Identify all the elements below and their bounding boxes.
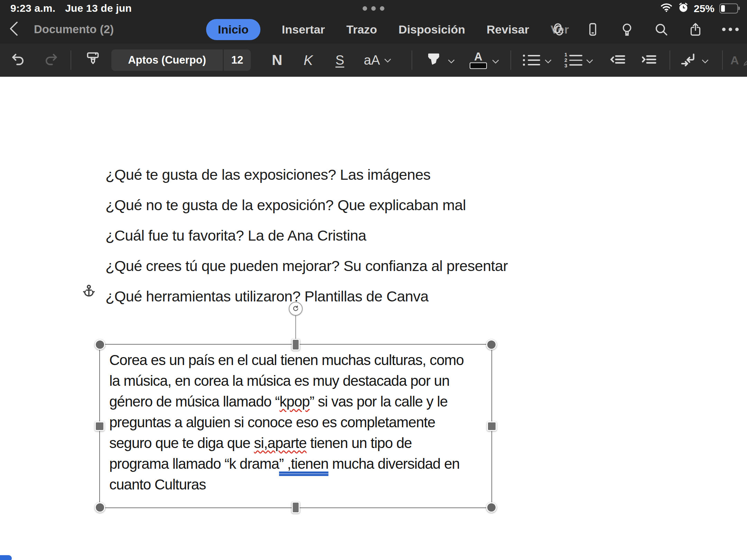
font-color-button[interactable]: A [470, 52, 498, 69]
font-size-button[interactable]: 12 [224, 49, 251, 71]
resize-handle-bottom[interactable] [292, 502, 300, 513]
ribbon-tabs: Inicio Insertar Trazo Disposición Revisa… [206, 15, 569, 44]
chevron-down-icon [545, 57, 552, 64]
indent-button[interactable] [640, 50, 658, 70]
line-spacing-button[interactable] [679, 51, 708, 69]
date: Jue 13 de jun [65, 2, 132, 14]
text-effects-button[interactable]: aA [364, 53, 390, 68]
question-paragraphs: ¿Qué te gusta de las exposiciones? Las i… [105, 166, 508, 318]
status-bar: 9:23 a.m. Jue 13 de jun 25% [0, 0, 747, 15]
textbox-line: cuanto Culturas [109, 474, 464, 495]
multitask-indicator[interactable] [363, 6, 385, 11]
outdent-button[interactable] [609, 50, 627, 70]
text-segment: tienen un tipo de [306, 435, 412, 451]
text-segment: Corea es un país en el cual tienen mucha… [109, 352, 464, 368]
grammar-flagged-text: ” ,tienen [279, 456, 329, 472]
tab-trazo[interactable]: Trazo [347, 23, 377, 36]
font-name-button[interactable]: Aptos (Cuerpo) [111, 49, 223, 71]
resize-handle-top-left[interactable] [95, 339, 105, 350]
clock: 9:23 a.m. [10, 2, 55, 14]
document-canvas[interactable]: ¿Qué te gusta de las exposiciones? Las i… [0, 77, 747, 560]
textbox-line: programa llamado “k drama” ,tienen mucha… [109, 454, 464, 474]
resize-handle-top-right[interactable] [486, 339, 497, 350]
chevron-down-icon [448, 57, 455, 64]
text-segment: ” si vas por la calle y le [310, 393, 448, 410]
font-color-icon: A [470, 52, 487, 69]
format-painter-icon[interactable] [84, 51, 102, 69]
text-segment: cuanto Culturas [109, 476, 206, 493]
page-indicator [0, 555, 12, 560]
undo-icon[interactable] [10, 52, 26, 69]
italic-button[interactable]: K [304, 53, 313, 68]
share-icon[interactable] [688, 22, 703, 37]
paragraph[interactable]: ¿Qué crees tú que pueden mejorar? Su con… [105, 257, 508, 275]
document-title: Documento (2) [34, 23, 114, 36]
more-icon[interactable] [722, 28, 739, 31]
copilot-icon[interactable] [550, 21, 566, 37]
selected-textbox[interactable]: Corea es un país en el cual tienen mucha… [99, 344, 492, 508]
resize-handle-bottom-right[interactable] [486, 502, 497, 513]
tab-insertar[interactable]: Insertar [282, 23, 325, 36]
paragraph[interactable]: ¿Qué herramientas utilizaron? Plantillas… [105, 288, 508, 305]
chevron-down-icon [702, 57, 709, 64]
formatting-toolbar: Aptos (Cuerpo) 12 N K S aA A [0, 44, 747, 77]
highlighter-icon [425, 51, 443, 69]
chevron-down-icon [492, 57, 499, 64]
text-segment: programa llamado “k drama [109, 456, 279, 472]
spellcheck-flagged-text: si,aparte [254, 435, 306, 451]
text-segment: mucha diversidad en [329, 456, 460, 472]
resize-handle-left[interactable] [95, 421, 104, 431]
chevron-down-icon [385, 56, 391, 63]
text-segment: preguntas a alguien si conoce eso es com… [109, 414, 435, 430]
paragraph[interactable]: ¿Qué no te gusta de la exposición? Que e… [105, 196, 508, 214]
battery-percent: 25% [694, 3, 714, 15]
back-chevron-icon[interactable] [10, 21, 24, 36]
mobile-view-icon[interactable] [585, 22, 600, 37]
paragraph[interactable]: ¿Qué te gusta de las exposiciones? Las i… [105, 166, 508, 184]
redo-icon [43, 52, 59, 69]
spellcheck-flagged-text: kpop [279, 393, 310, 410]
textbox-line: Corea es un país en el cual tienen mucha… [109, 350, 464, 371]
bold-button[interactable]: N [272, 52, 282, 68]
textbox-line: género de música llamado “kpop” si vas p… [109, 391, 464, 412]
text-segment: la música, en corea la música es muy des… [109, 373, 450, 389]
tab-disposicion[interactable]: Disposición [398, 23, 465, 36]
resize-handle-top[interactable] [292, 339, 300, 351]
textbox-line: seguro que te diga que si,aparte tienen … [109, 433, 464, 454]
indent-icon [640, 50, 658, 68]
chevron-down-icon [586, 57, 593, 64]
word-ipad-screen: 9:23 a.m. Jue 13 de jun 25% [0, 0, 747, 560]
numbered-list-icon: 1 2 3 [564, 52, 582, 69]
underline-button[interactable]: S [335, 53, 344, 68]
numbered-list-button[interactable]: 1 2 3 [564, 52, 592, 69]
bullet-list-button[interactable] [523, 55, 551, 66]
outdent-icon [609, 50, 627, 68]
app-header: Documento (2) Inicio Insertar Trazo Disp… [0, 15, 747, 44]
textbox-line: preguntas a alguien si conoce eso es com… [109, 412, 464, 433]
paragraph[interactable]: ¿Cuál fue tu favorita? La de Ana Cristin… [105, 227, 508, 244]
resize-handle-right[interactable] [487, 421, 497, 431]
search-icon[interactable] [654, 22, 669, 37]
text-segment: género de música llamado “ [109, 393, 279, 410]
text-segment: seguro que te diga que [109, 435, 254, 451]
tab-revisar[interactable]: Revisar [487, 23, 529, 36]
line-break-icon [679, 51, 698, 69]
highlight-color-button[interactable] [425, 51, 454, 69]
anchor-icon [82, 284, 95, 300]
edit-text-button[interactable]: A [730, 52, 747, 68]
alarm-icon [678, 2, 689, 15]
bullet-list-icon [523, 55, 540, 66]
resize-handle-bottom-left[interactable] [95, 502, 105, 513]
battery-icon [719, 3, 738, 13]
textbox-line: la música, en corea la música es muy des… [109, 371, 464, 391]
lightbulb-icon[interactable] [619, 22, 635, 37]
tab-inicio[interactable]: Inicio [206, 19, 260, 40]
textbox-text[interactable]: Corea es un país en el cual tienen mucha… [109, 350, 464, 495]
wifi-icon [660, 2, 673, 15]
rotate-handle[interactable] [289, 302, 303, 316]
